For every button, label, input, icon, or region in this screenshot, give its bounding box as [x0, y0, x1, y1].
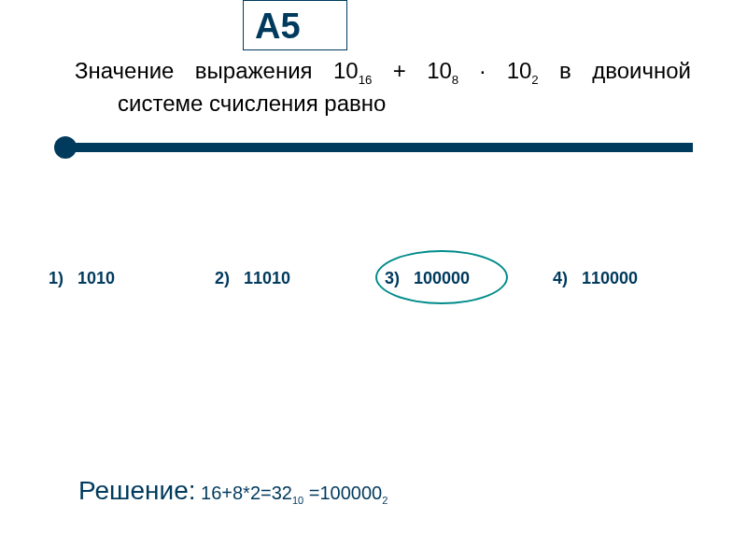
- option-1-value: 1010: [78, 269, 115, 287]
- solution-label: Решение:: [78, 476, 196, 505]
- solution-expr-a: 16+8*2=32: [196, 483, 292, 503]
- q-text-a: Значение выражения 10: [75, 58, 359, 83]
- question-line-1: Значение выражения 1016 + 108 · 102 в дв…: [75, 56, 691, 89]
- option-4-num: 4): [553, 269, 568, 287]
- option-2-value: 11010: [244, 269, 290, 287]
- question-line-2: системе счисления равно: [75, 89, 691, 119]
- q-text-b: + 10: [372, 58, 452, 83]
- q-sub-1: 16: [359, 73, 373, 87]
- option-4: 4) 110000: [553, 269, 638, 288]
- option-1: 1) 1010: [49, 269, 115, 288]
- correct-answer-circle-icon: [375, 250, 508, 304]
- option-4-value: 110000: [582, 269, 638, 287]
- q-sub-3: 2: [531, 73, 538, 87]
- option-1-num: 1): [49, 269, 63, 287]
- solution-text: Решение: 16+8*2=3210 =1000002: [78, 476, 388, 506]
- q-text-d: в двоичной: [539, 58, 691, 83]
- question-badge: А5: [243, 0, 347, 50]
- section-divider: [54, 136, 693, 159]
- option-2: 2) 11010: [215, 269, 290, 288]
- option-2-num: 2): [215, 269, 230, 287]
- question-text: Значение выражения 1016 + 108 · 102 в дв…: [75, 56, 691, 119]
- q-text-c: · 10: [458, 58, 531, 83]
- slide: А5 Значение выражения 1016 + 108 · 102 в…: [0, 0, 747, 560]
- solution-sub-2: 2: [382, 495, 388, 506]
- divider-bar: [65, 143, 693, 152]
- solution-expr-b: =100000: [303, 483, 382, 503]
- solution-sub-1: 10: [292, 495, 303, 506]
